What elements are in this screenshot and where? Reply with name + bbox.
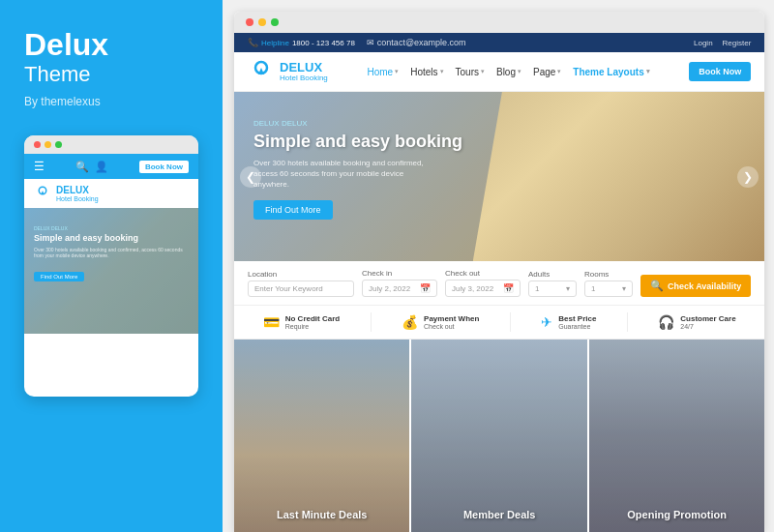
feature-sub-3: Guarantee [558,323,596,330]
mobile-hero-title: Simple and easy booking [34,233,189,244]
deal-2-label: Member Deals [411,509,586,520]
features-bar: 💳 No Credit Card Require 💰 Payment When … [234,306,764,340]
browser-dot-yellow [258,18,266,26]
nav-tours[interactable]: Tours ▾ [456,67,485,77]
nav-blog[interactable]: Blog ▾ [496,67,521,77]
checkout-calendar-icon: 📅 [503,283,514,293]
deal-3-label: Opening Promotion [589,509,764,520]
search-icon[interactable]: 🔍 [75,161,89,173]
adults-arrow-icon: ▾ [566,284,570,293]
adults-value: 1 [535,284,539,293]
mobile-hero-tag: DELUX DELUX [34,225,189,231]
search-bar: Location Enter Your Keyword Check in Jul… [234,261,764,306]
feature-text-1: No Credit Card Require [285,314,340,330]
deal-3-overlay [589,340,764,532]
mobile-book-now-button[interactable]: Book Now [139,161,189,173]
hero-tag: DELUX DELUX [253,119,462,128]
checkin-calendar-icon: 📅 [420,283,431,293]
deal-1-label: Last Minute Deals [234,509,409,520]
adults-label: Adults [528,270,577,279]
nav-home[interactable]: Home ▾ [367,67,399,77]
mobile-dot-yellow [45,141,51,148]
location-input[interactable]: Enter Your Keyword [248,281,354,297]
site-topbar: 📞 Helpline 1800 - 123 456 78 ✉ contact@e… [234,33,764,52]
brand-logo: Delux Theme By themelexus [24,29,108,108]
mobile-window-controls [24,135,198,154]
rooms-arrow-icon: ▾ [622,284,626,293]
checkin-input[interactable]: July 2, 2022 📅 [362,280,437,297]
deal-1-overlay [234,340,409,532]
location-placeholder: Enter Your Keyword [254,284,323,293]
brand-subtitle: Theme [24,62,90,87]
location-label: Location [248,270,354,279]
deal-2-overlay [411,340,586,532]
mobile-find-out-button[interactable]: Find Out More [34,272,84,281]
feature-title-3: Best Price [558,314,596,323]
adults-field: Adults 1 ▾ [528,270,577,297]
feature-divider-3 [627,312,628,332]
feature-divider-1 [371,312,372,332]
feature-text-4: Customer Care 24/7 [680,314,735,330]
deal-card-opening-promotion[interactable]: Opening Promotion [587,340,764,532]
site-logo-sub: Hotel Booking [280,74,328,82]
feature-payment: 💰 Payment When Check out [402,314,479,330]
mobile-hero-content: DELUX DELUX Simple and easy booking Over… [34,225,189,282]
rooms-value: 1 [591,284,595,293]
hero-description: Over 300 hotels available booking and co… [253,158,428,191]
checkin-label: Check in [362,269,437,278]
topbar-phone: 📞 Helpline 1800 - 123 456 78 [248,38,355,47]
deal-card-last-minute[interactable]: Last Minute Deals [234,340,409,532]
feature-customer-care: 🎧 Customer Care 24/7 [658,314,735,330]
adults-select[interactable]: 1 ▾ [528,281,577,297]
customer-care-icon: 🎧 [658,314,674,330]
left-panel: Delux Theme By themelexus ☰ 🔍 👤 Book Now… [0,0,223,532]
phone-number: 1800 - 123 456 78 [292,39,355,47]
best-price-icon: ✈ [541,314,552,330]
hero-content: DELUX DELUX Simple and easy booking Over… [253,119,462,220]
site-header: DELUX Hotel Booking Home ▾ Hotels ▾ Tour… [234,52,764,92]
nav-hotels[interactable]: Hotels ▾ [410,67,443,77]
mobile-dot-green [55,141,62,148]
browser-chrome [234,12,764,33]
feature-no-credit-card: 💳 No Credit Card Require [263,314,340,330]
phone-icon: 📞 [248,38,258,47]
feature-sub-2: Check out [424,323,479,330]
hero-people-image [473,92,765,261]
feature-best-price: ✈ Best Price Guarantee [541,314,596,330]
browser-dot-red [246,18,253,26]
rooms-select[interactable]: 1 ▾ [584,281,633,297]
feature-sub-1: Require [285,323,340,330]
hamburger-icon[interactable]: ☰ [34,160,45,173]
register-link[interactable]: Register [723,39,752,47]
checkout-field: Check out July 3, 2022 📅 [445,269,521,297]
feature-text-2: Payment When Check out [424,314,479,330]
feature-title-2: Payment When [424,314,479,323]
nav-page[interactable]: Page ▾ [533,67,561,77]
credit-card-icon: 💳 [263,314,280,330]
find-out-button[interactable]: Find Out More [253,200,333,220]
feature-text-3: Best Price Guarantee [558,314,596,330]
book-now-button[interactable]: Book Now [689,62,751,81]
mobile-logo-text: DELUX [56,185,99,195]
check-availability-button[interactable]: 🔍 Check Availability [640,275,751,297]
deal-card-member[interactable]: Member Deals [409,340,586,532]
mobile-logo-icon [34,185,51,202]
mobile-dot-red [34,141,41,148]
site-hero: DELUX DELUX Simple and easy booking Over… [234,92,764,261]
hero-next-button[interactable]: ❯ [737,166,759,188]
login-link[interactable]: Login [694,39,713,47]
checkout-value: July 3, 2022 [452,284,493,293]
mobile-nav-icons: 🔍 👤 [75,161,108,173]
check-avail-label: Check Availability [668,281,741,291]
checkout-input[interactable]: July 3, 2022 📅 [445,280,521,297]
rooms-field: Rooms 1 ▾ [584,270,633,297]
mobile-logo-sub: Hotel Booking [56,195,99,202]
user-icon[interactable]: 👤 [95,161,108,173]
checkout-label: Check out [445,269,521,278]
site-logo-icon [248,58,275,85]
location-field: Location Enter Your Keyword [248,270,354,297]
right-panel: 📞 Helpline 1800 - 123 456 78 ✉ contact@e… [223,0,774,532]
nav-theme-layouts[interactable]: Theme Layouts ▾ [573,67,649,77]
email-address: contact@example.com [377,38,466,47]
topbar-email: ✉ contact@example.com [367,38,466,47]
